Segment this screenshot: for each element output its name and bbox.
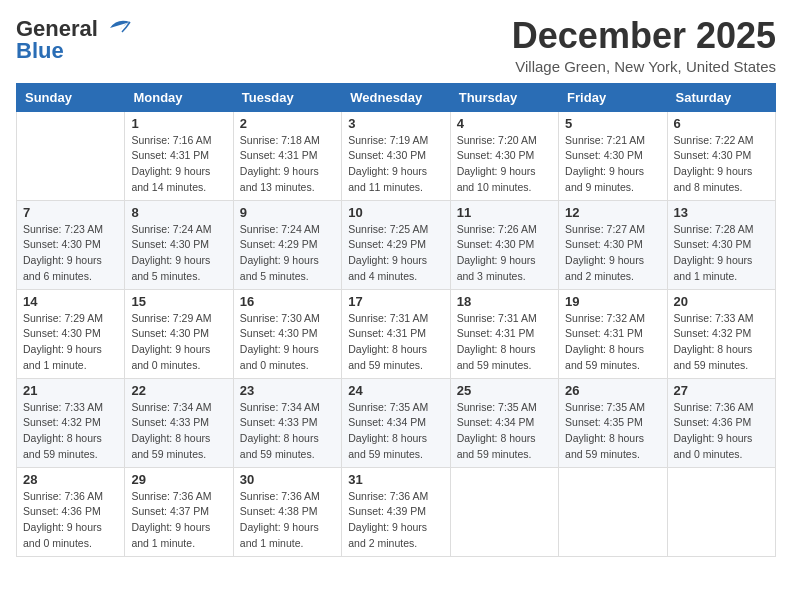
day-info: Sunrise: 7:36 AM Sunset: 4:38 PM Dayligh… <box>240 489 335 552</box>
calendar-cell: 6Sunrise: 7:22 AM Sunset: 4:30 PM Daylig… <box>667 111 775 200</box>
month-title: December 2025 <box>512 16 776 56</box>
calendar-cell: 30Sunrise: 7:36 AM Sunset: 4:38 PM Dayli… <box>233 467 341 556</box>
day-info: Sunrise: 7:19 AM Sunset: 4:30 PM Dayligh… <box>348 133 443 196</box>
day-number: 28 <box>23 472 118 487</box>
day-number: 19 <box>565 294 660 309</box>
calendar-week-5: 28Sunrise: 7:36 AM Sunset: 4:36 PM Dayli… <box>17 467 776 556</box>
calendar-week-1: 1Sunrise: 7:16 AM Sunset: 4:31 PM Daylig… <box>17 111 776 200</box>
location-title: Village Green, New York, United States <box>512 58 776 75</box>
day-info: Sunrise: 7:34 AM Sunset: 4:33 PM Dayligh… <box>131 400 226 463</box>
day-info: Sunrise: 7:16 AM Sunset: 4:31 PM Dayligh… <box>131 133 226 196</box>
day-number: 12 <box>565 205 660 220</box>
day-number: 29 <box>131 472 226 487</box>
calendar-cell: 20Sunrise: 7:33 AM Sunset: 4:32 PM Dayli… <box>667 289 775 378</box>
day-info: Sunrise: 7:35 AM Sunset: 4:35 PM Dayligh… <box>565 400 660 463</box>
calendar-cell: 10Sunrise: 7:25 AM Sunset: 4:29 PM Dayli… <box>342 200 450 289</box>
day-info: Sunrise: 7:36 AM Sunset: 4:36 PM Dayligh… <box>674 400 769 463</box>
calendar-cell: 27Sunrise: 7:36 AM Sunset: 4:36 PM Dayli… <box>667 378 775 467</box>
day-number: 30 <box>240 472 335 487</box>
day-number: 18 <box>457 294 552 309</box>
calendar-cell: 7Sunrise: 7:23 AM Sunset: 4:30 PM Daylig… <box>17 200 125 289</box>
calendar-cell: 11Sunrise: 7:26 AM Sunset: 4:30 PM Dayli… <box>450 200 558 289</box>
calendar-cell: 12Sunrise: 7:27 AM Sunset: 4:30 PM Dayli… <box>559 200 667 289</box>
day-info: Sunrise: 7:31 AM Sunset: 4:31 PM Dayligh… <box>457 311 552 374</box>
day-number: 14 <box>23 294 118 309</box>
day-info: Sunrise: 7:35 AM Sunset: 4:34 PM Dayligh… <box>348 400 443 463</box>
day-info: Sunrise: 7:22 AM Sunset: 4:30 PM Dayligh… <box>674 133 769 196</box>
day-number: 31 <box>348 472 443 487</box>
day-number: 17 <box>348 294 443 309</box>
calendar-cell: 9Sunrise: 7:24 AM Sunset: 4:29 PM Daylig… <box>233 200 341 289</box>
title-area: December 2025 Village Green, New York, U… <box>512 16 776 75</box>
day-number: 25 <box>457 383 552 398</box>
day-info: Sunrise: 7:36 AM Sunset: 4:37 PM Dayligh… <box>131 489 226 552</box>
day-number: 27 <box>674 383 769 398</box>
logo-blue-text: Blue <box>16 38 64 64</box>
calendar-cell: 13Sunrise: 7:28 AM Sunset: 4:30 PM Dayli… <box>667 200 775 289</box>
weekday-header-saturday: Saturday <box>667 83 775 111</box>
page-header: General Blue December 2025 Village Green… <box>16 16 776 75</box>
day-info: Sunrise: 7:32 AM Sunset: 4:31 PM Dayligh… <box>565 311 660 374</box>
day-info: Sunrise: 7:36 AM Sunset: 4:36 PM Dayligh… <box>23 489 118 552</box>
day-number: 9 <box>240 205 335 220</box>
day-number: 2 <box>240 116 335 131</box>
calendar-header-row: SundayMondayTuesdayWednesdayThursdayFrid… <box>17 83 776 111</box>
day-number: 4 <box>457 116 552 131</box>
calendar-table: SundayMondayTuesdayWednesdayThursdayFrid… <box>16 83 776 557</box>
day-number: 16 <box>240 294 335 309</box>
calendar-cell: 3Sunrise: 7:19 AM Sunset: 4:30 PM Daylig… <box>342 111 450 200</box>
calendar-cell: 21Sunrise: 7:33 AM Sunset: 4:32 PM Dayli… <box>17 378 125 467</box>
calendar-cell: 16Sunrise: 7:30 AM Sunset: 4:30 PM Dayli… <box>233 289 341 378</box>
day-info: Sunrise: 7:35 AM Sunset: 4:34 PM Dayligh… <box>457 400 552 463</box>
calendar-cell: 23Sunrise: 7:34 AM Sunset: 4:33 PM Dayli… <box>233 378 341 467</box>
day-info: Sunrise: 7:36 AM Sunset: 4:39 PM Dayligh… <box>348 489 443 552</box>
day-info: Sunrise: 7:26 AM Sunset: 4:30 PM Dayligh… <box>457 222 552 285</box>
day-info: Sunrise: 7:24 AM Sunset: 4:30 PM Dayligh… <box>131 222 226 285</box>
day-number: 8 <box>131 205 226 220</box>
day-number: 13 <box>674 205 769 220</box>
day-number: 26 <box>565 383 660 398</box>
day-number: 3 <box>348 116 443 131</box>
weekday-header-monday: Monday <box>125 83 233 111</box>
calendar-cell: 1Sunrise: 7:16 AM Sunset: 4:31 PM Daylig… <box>125 111 233 200</box>
calendar-cell: 25Sunrise: 7:35 AM Sunset: 4:34 PM Dayli… <box>450 378 558 467</box>
day-number: 22 <box>131 383 226 398</box>
day-number: 11 <box>457 205 552 220</box>
calendar-cell: 19Sunrise: 7:32 AM Sunset: 4:31 PM Dayli… <box>559 289 667 378</box>
calendar-cell: 29Sunrise: 7:36 AM Sunset: 4:37 PM Dayli… <box>125 467 233 556</box>
day-number: 1 <box>131 116 226 131</box>
calendar-cell <box>17 111 125 200</box>
calendar-cell: 2Sunrise: 7:18 AM Sunset: 4:31 PM Daylig… <box>233 111 341 200</box>
calendar-cell: 26Sunrise: 7:35 AM Sunset: 4:35 PM Dayli… <box>559 378 667 467</box>
weekday-header-sunday: Sunday <box>17 83 125 111</box>
day-info: Sunrise: 7:33 AM Sunset: 4:32 PM Dayligh… <box>674 311 769 374</box>
day-info: Sunrise: 7:30 AM Sunset: 4:30 PM Dayligh… <box>240 311 335 374</box>
calendar-cell: 22Sunrise: 7:34 AM Sunset: 4:33 PM Dayli… <box>125 378 233 467</box>
day-info: Sunrise: 7:20 AM Sunset: 4:30 PM Dayligh… <box>457 133 552 196</box>
logo: General Blue <box>16 16 132 64</box>
calendar-cell: 17Sunrise: 7:31 AM Sunset: 4:31 PM Dayli… <box>342 289 450 378</box>
day-info: Sunrise: 7:29 AM Sunset: 4:30 PM Dayligh… <box>23 311 118 374</box>
calendar-cell <box>667 467 775 556</box>
day-info: Sunrise: 7:24 AM Sunset: 4:29 PM Dayligh… <box>240 222 335 285</box>
weekday-header-tuesday: Tuesday <box>233 83 341 111</box>
calendar-cell: 4Sunrise: 7:20 AM Sunset: 4:30 PM Daylig… <box>450 111 558 200</box>
day-info: Sunrise: 7:27 AM Sunset: 4:30 PM Dayligh… <box>565 222 660 285</box>
calendar-week-2: 7Sunrise: 7:23 AM Sunset: 4:30 PM Daylig… <box>17 200 776 289</box>
day-number: 6 <box>674 116 769 131</box>
calendar-cell: 31Sunrise: 7:36 AM Sunset: 4:39 PM Dayli… <box>342 467 450 556</box>
day-info: Sunrise: 7:31 AM Sunset: 4:31 PM Dayligh… <box>348 311 443 374</box>
day-number: 10 <box>348 205 443 220</box>
weekday-header-friday: Friday <box>559 83 667 111</box>
day-info: Sunrise: 7:28 AM Sunset: 4:30 PM Dayligh… <box>674 222 769 285</box>
calendar-week-3: 14Sunrise: 7:29 AM Sunset: 4:30 PM Dayli… <box>17 289 776 378</box>
calendar-cell: 8Sunrise: 7:24 AM Sunset: 4:30 PM Daylig… <box>125 200 233 289</box>
weekday-header-wednesday: Wednesday <box>342 83 450 111</box>
day-info: Sunrise: 7:18 AM Sunset: 4:31 PM Dayligh… <box>240 133 335 196</box>
calendar-cell: 15Sunrise: 7:29 AM Sunset: 4:30 PM Dayli… <box>125 289 233 378</box>
day-info: Sunrise: 7:25 AM Sunset: 4:29 PM Dayligh… <box>348 222 443 285</box>
calendar-cell: 28Sunrise: 7:36 AM Sunset: 4:36 PM Dayli… <box>17 467 125 556</box>
day-number: 20 <box>674 294 769 309</box>
calendar-week-4: 21Sunrise: 7:33 AM Sunset: 4:32 PM Dayli… <box>17 378 776 467</box>
logo-bird-icon <box>102 18 132 40</box>
